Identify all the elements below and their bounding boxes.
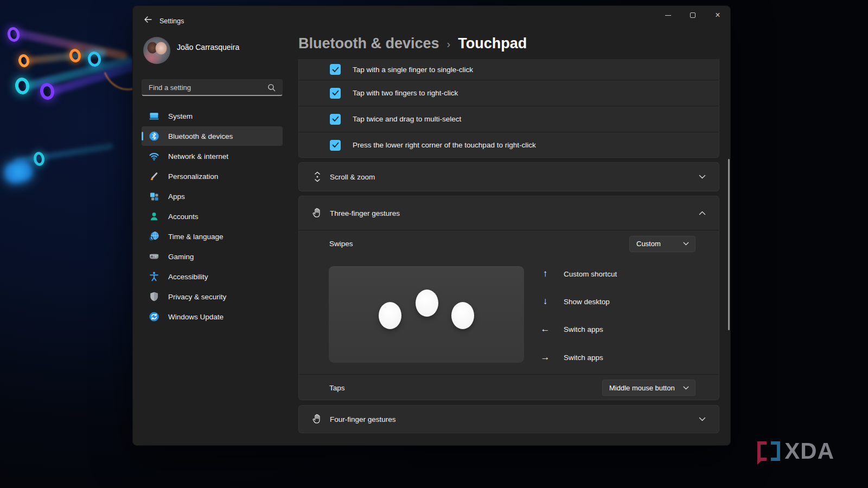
windows-update-icon <box>149 311 159 322</box>
sidebar-item-label: Network & internet <box>168 152 228 160</box>
finger-dot <box>379 302 401 329</box>
search-icon[interactable] <box>267 84 276 92</box>
setting-row-lower-right-corner[interactable]: Press the lower right corner of the touc… <box>299 132 719 158</box>
chevron-up-icon[interactable] <box>699 211 706 215</box>
sidebar-item-label: Apps <box>168 192 185 201</box>
xda-left-bracket-icon <box>757 441 767 461</box>
breadcrumb-separator-icon: › <box>447 37 451 50</box>
three-finger-gestures-card: Three-finger gestures Swipes Custom ↑ Cu… <box>298 196 719 400</box>
sidebar-item-system[interactable]: System <box>142 106 283 126</box>
xda-logo-text: XDA <box>784 441 834 461</box>
sidebar-nav: System Bluetooth & devices Network & int… <box>133 106 290 327</box>
arrow-down-icon: ↓ <box>540 296 550 307</box>
checkbox-checked-icon[interactable] <box>330 64 341 75</box>
user-avatar[interactable] <box>143 37 170 64</box>
setting-row-tap-twice-drag[interactable]: Tap twice and drag to multi-select <box>299 106 719 132</box>
gesture-label: Custom shortcut <box>564 270 617 278</box>
maximize-icon <box>690 12 695 18</box>
three-finger-expander[interactable]: Three-finger gestures <box>299 196 719 230</box>
sidebar-item-label: Time & language <box>168 233 224 241</box>
gesture-down-row: ↓ Show desktop <box>540 296 610 307</box>
sidebar-item-gaming[interactable]: Gaming <box>142 247 283 266</box>
glow-tube <box>14 143 114 165</box>
breadcrumb-parent[interactable]: Bluetooth & devices <box>298 35 439 52</box>
checkbox-checked-icon[interactable] <box>330 140 341 151</box>
setting-label: Press the lower right corner of the touc… <box>353 141 536 149</box>
scroll-zoom-expander[interactable]: Scroll & zoom <box>298 162 719 191</box>
chevron-down-icon <box>683 242 689 246</box>
minimize-icon <box>665 15 671 16</box>
arrow-right-icon: → <box>540 352 550 363</box>
setting-row-single-finger-tap[interactable]: Tap with a single finger to single-click <box>299 59 719 80</box>
back-arrow-icon <box>144 16 152 23</box>
gesture-left-row: ← Switch apps <box>540 323 603 335</box>
expander-label: Three-finger gestures <box>330 209 400 217</box>
setting-label: Tap twice and drag to multi-select <box>353 115 461 123</box>
scrollbar-thumb[interactable] <box>728 159 730 330</box>
taps-dropdown[interactable]: Middle mouse button <box>602 380 695 396</box>
gesture-illustration-zone: ↑ Custom shortcut ↓ Show desktop ← Switc… <box>299 257 719 374</box>
gesture-label: Switch apps <box>564 325 603 333</box>
taps-setting-row: Taps Middle mouse button <box>299 374 719 401</box>
sidebar-item-label: Bluetooth & devices <box>168 132 233 140</box>
maximize-button[interactable] <box>680 6 705 24</box>
taps-dropdown-value: Middle mouse button <box>609 384 675 392</box>
sidebar-item-bluetooth-devices[interactable]: Bluetooth & devices <box>142 126 283 146</box>
four-finger-gestures-expander[interactable]: Four-finger gestures <box>298 405 719 433</box>
gaming-icon <box>149 251 159 262</box>
chevron-down-icon <box>683 386 689 390</box>
accessibility-icon <box>149 271 159 282</box>
sidebar-item-windows-update[interactable]: Windows Update <box>142 307 283 326</box>
system-icon <box>149 111 159 121</box>
tap-settings-card: Tap with a single finger to single-click… <box>298 59 719 158</box>
search-box <box>142 79 283 96</box>
search-input[interactable] <box>142 84 267 92</box>
selected-indicator <box>142 132 143 140</box>
window-controls: × <box>655 6 730 24</box>
page-title: Touchpad <box>458 35 527 52</box>
settings-window: Settings × João Carrasqueira System Blue… <box>132 5 731 446</box>
finger-dot <box>451 302 474 329</box>
sidebar-item-label: Windows Update <box>168 313 224 321</box>
expander-label: Scroll & zoom <box>330 173 375 181</box>
close-button[interactable]: × <box>705 6 730 24</box>
touchpad-illustration <box>329 266 524 363</box>
sidebar-item-time-language[interactable]: Time & language <box>142 227 283 246</box>
bluetooth-icon <box>149 131 159 142</box>
sidebar-item-apps[interactable]: Apps <box>142 187 283 206</box>
sidebar-item-label: Accessibility <box>168 273 208 281</box>
accounts-icon <box>149 211 159 222</box>
finger-dot <box>416 290 438 317</box>
swipes-dropdown[interactable]: Custom <box>629 236 695 252</box>
setting-row-two-finger-tap[interactable]: Tap with two fingers to right-click <box>299 80 719 106</box>
scroll-zoom-icon <box>311 170 324 183</box>
setting-label: Tap with a single finger to single-click <box>353 66 473 74</box>
swipes-dropdown-value: Custom <box>636 240 661 248</box>
gesture-up-row: ↑ Custom shortcut <box>540 268 617 280</box>
minimize-button[interactable] <box>655 6 680 24</box>
sidebar-item-accessibility[interactable]: Accessibility <box>142 267 283 286</box>
checkbox-checked-icon[interactable] <box>330 114 341 125</box>
sidebar-item-accounts[interactable]: Accounts <box>142 207 283 226</box>
sidebar-item-privacy-security[interactable]: Privacy & security <box>142 287 283 306</box>
back-button[interactable] <box>139 11 156 28</box>
network-icon <box>149 151 159 162</box>
sidebar-item-label: Accounts <box>168 213 199 221</box>
sidebar-item-personalization[interactable]: Personalization <box>142 166 283 186</box>
apps-icon <box>149 191 159 202</box>
sidebar-item-label: System <box>168 112 193 120</box>
setting-label: Tap with two fingers to right-click <box>353 89 458 97</box>
gesture-label: Switch apps <box>564 354 603 362</box>
checkbox-checked-icon[interactable] <box>330 88 341 99</box>
glow-ring <box>6 26 21 43</box>
chevron-down-icon[interactable] <box>699 417 706 421</box>
swipes-label: Swipes <box>329 240 353 248</box>
gesture-label: Show desktop <box>564 298 610 306</box>
sidebar-item-network-internet[interactable]: Network & internet <box>142 146 283 166</box>
app-title: Settings <box>159 17 184 25</box>
chevron-down-icon[interactable] <box>699 175 706 179</box>
hand-icon <box>311 207 324 220</box>
privacy-icon <box>149 291 159 302</box>
sidebar-item-label: Personalization <box>168 172 218 181</box>
time-language-icon <box>149 231 159 242</box>
